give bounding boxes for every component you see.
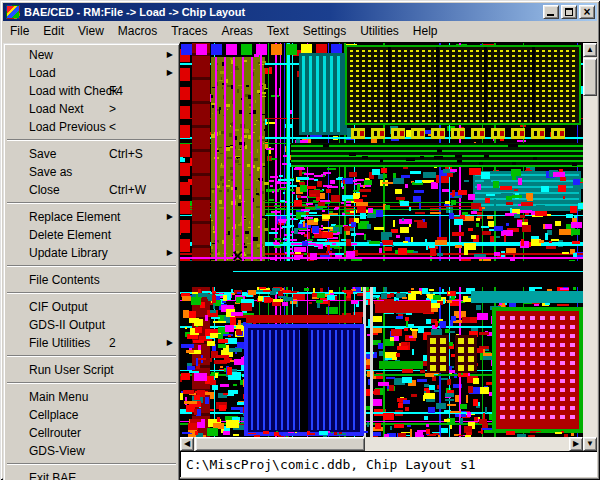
menubar-item-text[interactable]: Text [260, 21, 296, 42]
menu-item-close[interactable]: CloseCtrl+W [5, 181, 178, 199]
menu-item-shortcut: Ctrl+W [109, 181, 146, 199]
scroll-left-icon: ◀ [184, 440, 190, 448]
menubar-item-traces[interactable]: Traces [164, 21, 214, 42]
menubar-item-macros[interactable]: Macros [111, 21, 164, 42]
submenu-arrow-icon: ▶ [167, 244, 173, 262]
menu-item-shortcut: > [109, 100, 116, 118]
menu-item-cellrouter[interactable]: Cellrouter [5, 424, 178, 442]
menu-item-save-as[interactable]: Save as [5, 163, 178, 181]
scroll-right-icon: ▶ [573, 440, 579, 448]
scroll-right-button[interactable]: ▶ [569, 437, 583, 451]
menu-item-cellplace[interactable]: Cellplace [5, 406, 178, 424]
minimize-button[interactable] [543, 5, 559, 19]
menu-item-label: Cellrouter [29, 426, 81, 440]
window-controls: × [543, 5, 595, 19]
scroll-down-button[interactable]: ▼ [583, 437, 597, 451]
menu-item-run-user-script[interactable]: Run User Script [5, 361, 178, 379]
scroll-up-button[interactable]: ▲ [583, 43, 597, 57]
menu-item-shortcut: Ctrl+S [109, 145, 143, 163]
vertical-scrollbar[interactable]: ▲ ▼ [583, 43, 597, 451]
menu-item-label: Run User Script [29, 363, 114, 377]
menu-item-file-utilities[interactable]: File Utilities2▶ [5, 334, 178, 352]
menu-item-label: Replace Element [29, 210, 120, 224]
file-menu: New▶Load▶Load with CheckF4Load Next>Load… [3, 43, 180, 480]
crosshair-cursor: × [231, 248, 244, 264]
submenu-arrow-icon: ▶ [167, 334, 173, 352]
close-button[interactable]: × [579, 5, 595, 19]
menu-item-label: GDS-II Output [29, 318, 105, 332]
menu-item-update-library[interactable]: Update Library▶ [5, 244, 178, 262]
horizontal-scrollbar[interactable]: ◀ ▶ [180, 437, 583, 451]
menu-item-label: Save as [29, 165, 72, 179]
menu-item-label: File Utilities [29, 336, 90, 350]
menu-separator [7, 139, 176, 141]
menubar-item-areas[interactable]: Areas [214, 21, 259, 42]
menu-item-load[interactable]: Load▶ [5, 64, 178, 82]
menu-item-label: Exit BAE [29, 471, 76, 480]
scroll-down-icon: ▼ [586, 440, 594, 448]
menu-item-save[interactable]: SaveCtrl+S [5, 145, 178, 163]
menu-separator [7, 355, 176, 357]
menu-item-label: Save [29, 147, 56, 161]
menu-item-shortcut: F4 [109, 82, 123, 100]
menubar-item-help[interactable]: Help [406, 21, 445, 42]
menu-item-cif-output[interactable]: CIF Output [5, 298, 178, 316]
scroll-left-button[interactable]: ◀ [180, 437, 194, 451]
menu-separator [7, 202, 176, 204]
menu-item-gds-ii-output[interactable]: GDS-II Output [5, 316, 178, 334]
horizontal-scrollbar-thumb[interactable] [195, 437, 365, 451]
window-title: BAE/CED - RM:File -> Load -> Chip Layout [24, 6, 543, 18]
maximize-button[interactable] [561, 5, 577, 19]
menu-item-file-contents[interactable]: File Contents [5, 271, 178, 289]
menu-item-replace-element[interactable]: Replace Element▶ [5, 208, 178, 226]
menu-separator [7, 463, 176, 465]
client-area: × New▶Load▶Load with CheckF4Load Next>Lo… [3, 42, 597, 477]
menu-separator [7, 292, 176, 294]
menu-item-label: Close [29, 183, 60, 197]
title-bar[interactable]: BAE/CED - RM:File -> Load -> Chip Layout… [3, 3, 597, 21]
menubar-item-utilities[interactable]: Utilities [353, 21, 406, 42]
submenu-arrow-icon: ▶ [167, 64, 173, 82]
menu-item-label: GDS-View [29, 444, 85, 458]
menu-item-label: Update Library [29, 246, 108, 260]
menu-item-label: Cellplace [29, 408, 78, 422]
menu-separator [7, 265, 176, 267]
vertical-scrollbar-thumb[interactable] [583, 58, 597, 96]
menubar-item-edit[interactable]: Edit [36, 21, 71, 42]
menu-item-shortcut: 2 [109, 334, 116, 352]
command-line-text: C:\MiscProj\comic.ddb, Chip Layout s1 [186, 457, 476, 472]
submenu-arrow-icon: ▶ [167, 46, 173, 64]
menu-item-load-previous[interactable]: Load Previous< [5, 118, 178, 136]
menu-item-delete-element[interactable]: Delete Element [5, 226, 178, 244]
menu-item-label: Load Next [29, 102, 84, 116]
scroll-up-icon: ▲ [586, 46, 594, 54]
menu-bar: FileEditViewMacrosTracesAreasTextSetting… [3, 21, 597, 42]
menu-item-shortcut: < [109, 118, 116, 136]
menubar-item-file[interactable]: File [3, 21, 36, 42]
menubar-item-view[interactable]: View [71, 21, 111, 42]
minimize-icon [547, 14, 554, 16]
menu-panel-background: New▶Load▶Load with CheckF4Load Next>Load… [3, 42, 180, 477]
maximize-icon [565, 8, 573, 16]
menu-separator [7, 382, 176, 384]
menu-item-new[interactable]: New▶ [5, 46, 178, 64]
menu-item-label: Main Menu [29, 390, 88, 404]
menu-item-exit-bae[interactable]: Exit BAE [5, 469, 178, 480]
menu-item-main-menu[interactable]: Main Menu [5, 388, 178, 406]
command-line[interactable]: C:\MiscProj\comic.ddb, Chip Layout s1 [180, 451, 597, 477]
menu-item-load-with-check[interactable]: Load with CheckF4 [5, 82, 178, 100]
menu-item-label: Load [29, 66, 56, 80]
menu-item-label: Load with Check [29, 84, 118, 98]
app-icon[interactable] [6, 5, 20, 19]
menu-item-load-next[interactable]: Load Next> [5, 100, 178, 118]
menu-item-label: File Contents [29, 273, 100, 287]
menu-item-label: Load Previous [29, 120, 106, 134]
close-icon: × [583, 7, 590, 18]
menu-item-label: New [29, 48, 53, 62]
menu-item-label: Delete Element [29, 228, 111, 242]
menu-item-label: CIF Output [29, 300, 88, 314]
menu-item-gds-view[interactable]: GDS-View [5, 442, 178, 460]
submenu-arrow-icon: ▶ [167, 208, 173, 226]
app-window: BAE/CED - RM:File -> Load -> Chip Layout… [0, 0, 600, 480]
menubar-item-settings[interactable]: Settings [296, 21, 353, 42]
